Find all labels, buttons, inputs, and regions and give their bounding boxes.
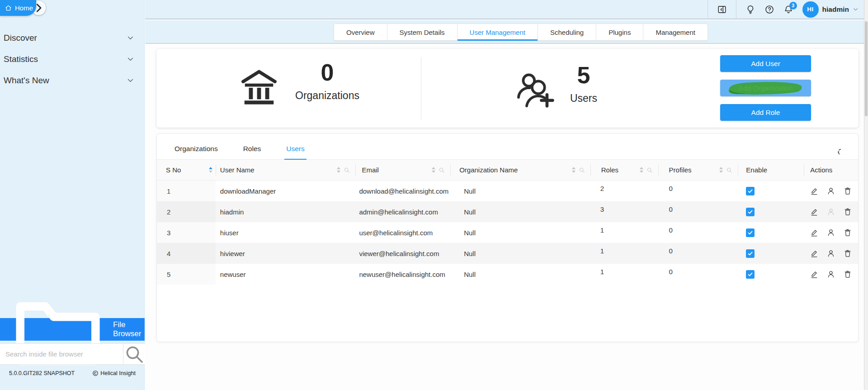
column-search-icon[interactable] — [344, 167, 350, 173]
edit-user-button[interactable] — [810, 270, 818, 278]
column-search-icon[interactable] — [579, 167, 585, 173]
sort-icon[interactable] — [719, 167, 723, 173]
cell-actions — [804, 243, 858, 264]
file-browser-search-button[interactable] — [123, 344, 145, 364]
subtab-users[interactable]: Users — [284, 145, 306, 159]
column-label: Actions — [810, 166, 832, 174]
column-search-icon[interactable] — [439, 167, 445, 173]
edit-user-button[interactable] — [810, 228, 818, 237]
cell-roles: 1 — [590, 264, 658, 285]
enable-checkbox[interactable] — [746, 228, 755, 237]
cell-profiles: 0 — [658, 201, 738, 222]
tab-plugins[interactable]: Plugins — [596, 24, 643, 40]
refresh-button[interactable] — [832, 145, 841, 154]
subtab-roles[interactable]: Roles — [241, 145, 263, 159]
tab-user-management[interactable]: User Management — [457, 24, 538, 40]
tab-system-details[interactable]: System Details — [387, 24, 457, 40]
edit-user-button[interactable] — [810, 208, 818, 216]
delete-user-button[interactable] — [844, 228, 852, 237]
file-browser-button[interactable]: File Browser — [0, 318, 145, 341]
delete-user-button[interactable] — [844, 249, 852, 257]
cell-roles: 1 — [590, 222, 658, 243]
enable-checkbox[interactable] — [746, 187, 755, 195]
cell-email: viewer@helicalinsight.com — [355, 243, 450, 264]
chevron-down-icon — [127, 55, 134, 63]
column-search-icon[interactable] — [646, 167, 653, 173]
cell-email: admin@helicalinsight.com — [355, 201, 450, 222]
column-label: Enable — [746, 166, 767, 174]
add-role-button[interactable]: Add Role — [720, 104, 811, 121]
cell-actions — [804, 264, 858, 285]
delete-user-button[interactable] — [844, 187, 852, 195]
home-button[interactable]: Home — [0, 0, 36, 16]
sidebar-item-statistics[interactable]: Statistics — [0, 48, 144, 70]
user-roles-button[interactable] — [827, 270, 835, 278]
cell-roles: 2 — [590, 181, 658, 201]
column-search-icon[interactable] — [726, 167, 732, 173]
users-label: Users — [543, 92, 624, 105]
cell-s-no: 2 — [157, 201, 216, 222]
add-organization-button[interactable]: Add Organization — [720, 80, 811, 96]
table-row: 5newusernewuser@helicalinsight.comNull10 — [157, 264, 858, 285]
cell-profiles: 0 — [658, 181, 738, 201]
cell-roles: 3 — [590, 201, 658, 222]
enable-checkbox[interactable] — [746, 270, 755, 279]
enable-checkbox[interactable] — [746, 208, 755, 216]
tab-strip: OverviewSystem DetailsUser ManagementSch… — [145, 20, 864, 44]
user-roles-button[interactable] — [827, 228, 835, 237]
user-roles-button[interactable] — [827, 187, 835, 195]
sort-icon[interactable] — [572, 167, 576, 173]
file-browser-search-input[interactable] — [0, 344, 123, 364]
column-header-s-no[interactable]: S No — [157, 160, 216, 180]
file-browser-label: File Browser — [113, 320, 145, 338]
notification-badge: 3 — [789, 2, 797, 10]
delete-user-button[interactable] — [844, 208, 852, 216]
help-icon[interactable] — [764, 5, 774, 14]
tab-scheduling[interactable]: Scheduling — [538, 24, 596, 40]
column-header-roles[interactable]: Roles — [590, 160, 658, 180]
user-menu[interactable]: HI hiadmin — [802, 1, 859, 18]
sort-icon[interactable] — [209, 167, 212, 173]
button-label: Add Organization — [739, 84, 793, 92]
edit-user-button[interactable] — [810, 249, 818, 257]
sidebar-item-what-s-new[interactable]: What's New — [0, 70, 144, 91]
cell-enable — [738, 243, 804, 264]
edit-user-button[interactable] — [810, 187, 818, 195]
notifications-button[interactable]: 3 — [783, 5, 793, 14]
users-table-card: OrganizationsRolesUsers S NoUser NameEma… — [156, 133, 859, 342]
chevron-down-icon — [127, 34, 134, 42]
add-user-button[interactable]: Add User — [720, 55, 811, 72]
cell-organization-name: Null — [450, 243, 590, 264]
delete-user-button[interactable] — [844, 270, 852, 278]
action-buttons: Add UserAdd OrganizationAdd Role — [720, 55, 811, 121]
sort-icon[interactable] — [337, 167, 340, 173]
cell-profiles: 0 — [658, 243, 738, 264]
lightbulb-icon[interactable] — [745, 5, 755, 14]
bank-icon — [239, 67, 279, 107]
cell-user-name: hiadmin — [216, 201, 356, 222]
sort-icon[interactable] — [640, 167, 643, 173]
home-label: Home — [15, 4, 33, 12]
user-roles-button — [827, 208, 835, 216]
subtab-organizations[interactable]: Organizations — [173, 145, 220, 159]
cell-user-name: downloadManager — [216, 181, 356, 201]
scrollbar-thumb[interactable] — [865, 21, 868, 116]
column-header-organization-name[interactable]: Organization Name — [450, 160, 590, 180]
sort-icon[interactable] — [432, 167, 435, 173]
topbar-divider — [708, 0, 708, 19]
column-header-email[interactable]: Email — [355, 160, 450, 180]
enable-checkbox[interactable] — [746, 249, 755, 258]
column-header-user-name[interactable]: User Name — [216, 160, 356, 180]
column-header-enable: Enable — [738, 160, 804, 180]
column-header-profiles[interactable]: Profiles — [658, 160, 738, 180]
table-row: 2hiadminadmin@helicalinsight.comNull30 — [157, 201, 858, 222]
sidebar-item-discover[interactable]: Discover — [0, 27, 144, 48]
sidebar-footer: 5.0.0.GIT282 SNAPSHOT Helical Insight — [0, 370, 145, 376]
tab-management[interactable]: Management — [643, 24, 708, 40]
user-roles-button[interactable] — [827, 249, 835, 257]
app-screen: Home DiscoverStatisticsWhat's New File B… — [0, 0, 868, 390]
cell-enable — [738, 222, 804, 243]
tab-overview[interactable]: Overview — [334, 24, 387, 40]
cell-profiles: 0 — [658, 222, 738, 243]
panel-toggle-icon[interactable] — [717, 5, 727, 14]
